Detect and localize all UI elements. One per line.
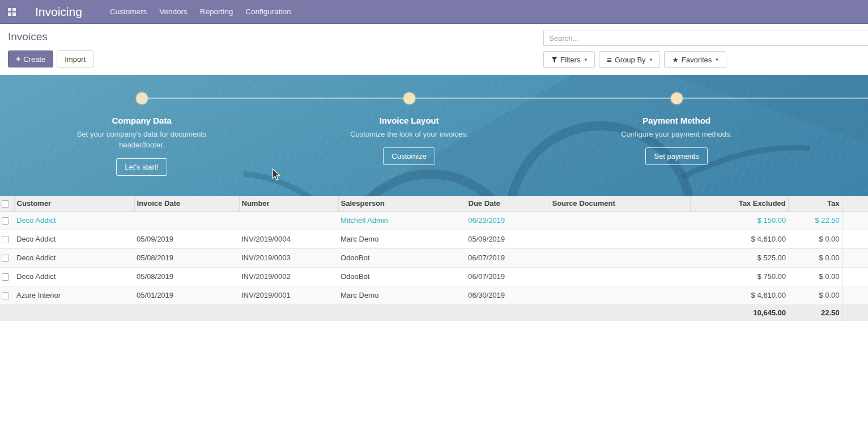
onboarding-step-invoice-layout: Invoice Layout Customize the look of you… — [275, 75, 543, 176]
group-by-button[interactable]: ≡ Group By ▾ — [599, 51, 660, 68]
cell-customer: Deco Addict — [14, 248, 134, 267]
cell-invoice-date: 05/01/2019 — [134, 286, 239, 305]
cell-source-document — [550, 286, 690, 305]
create-button-label: Create — [23, 55, 45, 64]
row-checkbox-cell — [0, 286, 14, 305]
table-footer-row: 10,645.00 22.50 — [0, 305, 868, 321]
apps-grid-icon[interactable] — [5, 5, 19, 19]
import-button[interactable]: Import — [57, 50, 93, 67]
cell-tax-excluded: $ 750.00 — [690, 267, 788, 286]
cell-customer: Deco Addict — [14, 230, 134, 248]
cell-invoice-date: 05/09/2019 — [134, 230, 239, 248]
invoice-row[interactable]: Deco Addict05/08/2019INV/2019/0003OdooBo… — [0, 248, 868, 267]
cell-salesperson: Marc Demo — [338, 230, 466, 248]
row-checkbox[interactable] — [2, 292, 9, 299]
row-checkbox[interactable] — [2, 236, 9, 243]
row-checkbox-cell — [0, 211, 14, 230]
cell-tax-excluded: $ 525.00 — [690, 248, 788, 267]
cell-number — [239, 211, 338, 230]
customize-button[interactable]: Customize — [383, 147, 435, 165]
menu-reporting[interactable]: Reporting — [194, 1, 240, 23]
footer-gutter — [842, 305, 868, 321]
cell-number: INV/2019/0003 — [239, 248, 338, 267]
footer-total-tax: 22.50 — [788, 305, 842, 321]
search-input[interactable] — [543, 31, 868, 46]
progress-dot — [671, 92, 683, 104]
group-by-button-label: Group By — [615, 56, 646, 64]
group-by-icon: ≡ — [607, 56, 612, 64]
cell-tax: $ 0.00 — [788, 267, 842, 286]
invoice-row[interactable]: Deco Addict05/08/2019INV/2019/0002OdooBo… — [0, 267, 868, 286]
row-checkbox-cell — [0, 267, 14, 286]
step-title: Invoice Layout — [379, 116, 439, 125]
cell-number: INV/2019/0001 — [239, 286, 338, 305]
import-button-label: Import — [65, 55, 86, 64]
column-header-tax[interactable]: Tax — [788, 196, 842, 211]
footer-spacer — [0, 305, 690, 321]
favorites-button[interactable]: ★ Favorites ▾ — [664, 51, 726, 68]
cell-tax-excluded: $ 4,610.00 — [690, 286, 788, 305]
column-header-source-document[interactable]: Source Document — [550, 196, 690, 211]
row-checkbox[interactable] — [2, 255, 9, 262]
cell-tax-excluded: $ 150.00 — [690, 211, 788, 230]
cell-due-date: 06/30/2019 — [466, 286, 550, 305]
onboarding-banner: Company Data Set your company's data for… — [0, 75, 868, 196]
filter-funnel-icon — [551, 57, 558, 63]
cell-due-date: 05/09/2019 — [466, 230, 550, 248]
app-name[interactable]: Invoicing — [35, 5, 82, 19]
control-panel: Invoices + Create Import Filters ▾ ≡ Gro… — [0, 24, 868, 75]
cell-invoice-date: 05/08/2019 — [134, 267, 239, 286]
set-payments-button[interactable]: Set payments — [645, 147, 708, 165]
navbar-menu: Customers Vendors Reporting Configuratio… — [104, 1, 297, 23]
cell-source-document — [550, 248, 690, 267]
onboarding-step-payment-method: Payment Method Configure your payment me… — [543, 75, 810, 176]
column-header-due-date[interactable]: Due Date — [466, 196, 550, 211]
row-checkbox-cell — [0, 230, 14, 248]
create-button[interactable]: + Create — [8, 50, 53, 67]
step-description: Set your company's data for documents he… — [74, 129, 210, 151]
footer-total-tax-excluded: 10,645.00 — [690, 305, 788, 321]
cell-number: INV/2019/0004 — [239, 230, 338, 248]
row-checkbox[interactable] — [2, 273, 9, 281]
invoice-row[interactable]: Azure Interior05/01/2019INV/2019/0001Mar… — [0, 286, 868, 305]
cell-invoice-date — [134, 211, 239, 230]
cell-tax: $ 0.00 — [788, 286, 842, 305]
cell-due-date: 06/07/2019 — [466, 248, 550, 267]
column-header-customer[interactable]: Customer — [14, 196, 134, 211]
favorites-button-label: Favorites — [682, 56, 712, 64]
top-navbar: Invoicing Customers Vendors Reporting Co… — [0, 0, 868, 24]
column-header-number[interactable]: Number — [239, 196, 338, 211]
cell-salesperson: OdooBot — [338, 267, 466, 286]
column-header-tax-excluded[interactable]: Tax Excluded — [690, 196, 788, 211]
select-all-checkbox[interactable] — [2, 200, 9, 208]
column-header-salesperson[interactable]: Salesperson — [338, 196, 466, 211]
apps-grid-icon-glyph — [8, 8, 16, 16]
invoice-row[interactable]: Deco AddictMitchell Admin06/23/2019$ 150… — [0, 211, 868, 230]
header-gutter — [842, 196, 868, 211]
menu-vendors[interactable]: Vendors — [153, 1, 194, 23]
cell-invoice-date: 05/08/2019 — [134, 248, 239, 267]
step-title: Company Data — [112, 116, 171, 125]
cell-salesperson: OdooBot — [338, 248, 466, 267]
plus-icon: + — [16, 54, 20, 64]
cell-customer: Deco Addict — [14, 211, 134, 230]
cell-tax: $ 0.00 — [788, 230, 842, 248]
row-gutter — [842, 248, 868, 267]
filters-button-label: Filters — [560, 56, 580, 64]
menu-configuration[interactable]: Configuration — [239, 1, 297, 23]
row-gutter — [842, 286, 868, 305]
row-checkbox-cell — [0, 248, 14, 267]
invoice-row[interactable]: Deco Addict05/09/2019INV/2019/0004Marc D… — [0, 230, 868, 248]
cell-salesperson: Mitchell Admin — [338, 211, 466, 230]
lets-start-button[interactable]: Let's start! — [116, 158, 167, 176]
cell-source-document — [550, 267, 690, 286]
page-title: Invoices — [8, 31, 93, 43]
row-gutter — [842, 211, 868, 230]
cell-source-document — [550, 230, 690, 248]
column-header-invoice-date[interactable]: Invoice Date — [134, 196, 239, 211]
filters-button[interactable]: Filters ▾ — [543, 51, 595, 68]
cell-customer: Deco Addict — [14, 267, 134, 286]
row-checkbox[interactable] — [2, 217, 9, 225]
menu-customers[interactable]: Customers — [104, 1, 153, 23]
cell-number: INV/2019/0002 — [239, 267, 338, 286]
